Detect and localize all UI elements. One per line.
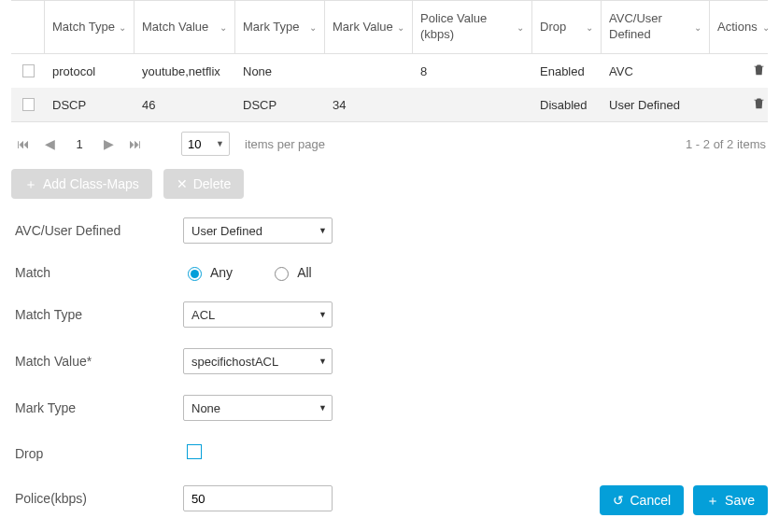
match-all-label: All (297, 265, 312, 280)
delete-label: Delete (193, 176, 231, 191)
cell-drop: Enabled (532, 59, 602, 84)
cell-mark-type: DSCP (235, 92, 325, 118)
police-input[interactable] (183, 485, 333, 511)
police-label: Police(kbps) (15, 491, 164, 506)
mark-type-select[interactable]: None (183, 395, 333, 421)
save-button[interactable]: ＋ Save (693, 485, 768, 515)
cell-match-value: 46 (135, 92, 235, 118)
match-any-radio[interactable] (188, 267, 202, 281)
items-per-page-label: items per page (245, 137, 325, 151)
header-match-value[interactable]: Match Value ⌄ (135, 1, 235, 53)
match-all-option[interactable]: All (270, 264, 312, 281)
header-mark-type-label: Mark Type (243, 20, 305, 35)
match-any-label: Any (210, 265, 233, 280)
mark-type-label: Mark Type (15, 400, 164, 415)
cell-drop: Disabled (532, 92, 602, 118)
pager-next-icon[interactable]: ▶ (100, 134, 118, 153)
header-avc-label: AVC/User Defined (609, 11, 690, 43)
classmaps-table: Match Type ⌄ Match Value ⌄ Mark Type ⌄ M… (11, 0, 768, 165)
classmap-form: AVC/User Defined User Defined ▼ Match An… (15, 217, 768, 511)
cancel-button[interactable]: ↺ Cancel (600, 485, 684, 515)
footer-actions: ↺ Cancel ＋ Save (600, 485, 768, 515)
match-type-label: Match Type (15, 307, 164, 322)
cell-avc: AVC (602, 59, 710, 84)
table-body: protocol youtube,netflix None 8 Enabled … (11, 54, 768, 121)
save-label: Save (725, 493, 755, 508)
row-checkbox[interactable] (22, 98, 35, 111)
row-checkbox[interactable] (22, 64, 35, 77)
avc-select[interactable]: User Defined (183, 217, 333, 244)
cell-mark-type: None (235, 59, 325, 84)
header-match-value-label: Match Value (142, 20, 216, 35)
header-mark-type[interactable]: Mark Type ⌄ (235, 1, 325, 53)
match-value-label: Match Value* (15, 354, 164, 369)
cell-match-value: youtube,netflix (135, 59, 235, 84)
cell-avc: User Defined (602, 92, 710, 118)
chevron-down-icon[interactable]: ⌄ (762, 22, 770, 33)
undo-icon: ↺ (613, 494, 624, 507)
match-any-option[interactable]: Any (183, 264, 233, 281)
chevron-down-icon[interactable]: ⌄ (309, 22, 317, 33)
action-row: ＋ Add Class-Maps ✕ Delete (11, 169, 768, 199)
chevron-down-icon[interactable]: ⌄ (119, 22, 126, 33)
match-value-select[interactable]: specifichostACL (183, 348, 333, 374)
header-mark-value[interactable]: Mark Value ⌄ (325, 1, 413, 53)
chevron-down-icon[interactable]: ⌄ (397, 22, 404, 33)
pagination-bar: ⏮ ◀ ▶ ⏭ 10 ▼ items per page 1 - 2 of 2 i… (11, 121, 768, 165)
chevron-down-icon[interactable]: ⌄ (586, 22, 593, 33)
cell-mark-value: 34 (325, 92, 413, 118)
chevron-down-icon[interactable]: ⌄ (517, 22, 524, 33)
header-match-type[interactable]: Match Type ⌄ (45, 1, 135, 53)
header-match-type-label: Match Type (52, 20, 115, 35)
x-icon: ✕ (177, 177, 188, 190)
cell-match-type: protocol (45, 59, 135, 84)
header-checkbox-cell (11, 1, 45, 53)
match-label: Match (15, 265, 164, 280)
cell-police-value: 8 (413, 59, 532, 84)
add-classmaps-button[interactable]: ＋ Add Class-Maps (11, 169, 152, 199)
header-drop[interactable]: Drop ⌄ (532, 1, 602, 53)
cancel-label: Cancel (630, 493, 671, 508)
pager-summary: 1 - 2 of 2 items (686, 137, 766, 151)
pager-page-input[interactable] (66, 136, 92, 152)
delete-button[interactable]: ✕ Delete (163, 169, 244, 199)
pager-first-icon[interactable]: ⏮ (13, 134, 34, 153)
header-police-value[interactable]: Police Value (kbps) ⌄ (413, 1, 532, 53)
cell-mark-value (325, 65, 413, 77)
header-police-value-label: Police Value (kbps) (420, 11, 513, 43)
trash-icon[interactable] (752, 96, 766, 113)
header-drop-label: Drop (540, 20, 582, 35)
match-all-radio[interactable] (275, 267, 289, 281)
header-avc-user-defined[interactable]: AVC/User Defined ⌄ (602, 1, 710, 53)
table-header-row: Match Type ⌄ Match Value ⌄ Mark Type ⌄ M… (11, 1, 768, 54)
page-size-select[interactable]: 10 (181, 132, 230, 156)
plus-icon: ＋ (24, 177, 37, 190)
drop-label: Drop (15, 446, 164, 461)
chevron-down-icon[interactable]: ⌄ (220, 22, 227, 33)
drop-checkbox[interactable] (187, 444, 202, 459)
cell-match-type: DSCP (45, 92, 135, 118)
header-actions[interactable]: Actions ⌄ (710, 1, 777, 53)
pager-prev-icon[interactable]: ◀ (41, 134, 59, 153)
trash-icon[interactable] (752, 63, 766, 79)
table-row[interactable]: DSCP 46 DSCP 34 Disabled User Defined (11, 88, 768, 121)
header-actions-label: Actions (717, 20, 758, 35)
cell-police-value (413, 99, 532, 110)
chevron-down-icon[interactable]: ⌄ (694, 22, 701, 33)
table-row[interactable]: protocol youtube,netflix None 8 Enabled … (11, 54, 768, 88)
header-mark-value-label: Mark Value (333, 20, 393, 35)
match-type-select[interactable]: ACL (183, 301, 333, 328)
plus-icon: ＋ (706, 494, 719, 507)
add-classmaps-label: Add Class-Maps (43, 176, 139, 191)
avc-label: AVC/User Defined (15, 223, 164, 238)
pager-last-icon[interactable]: ⏭ (125, 134, 146, 153)
